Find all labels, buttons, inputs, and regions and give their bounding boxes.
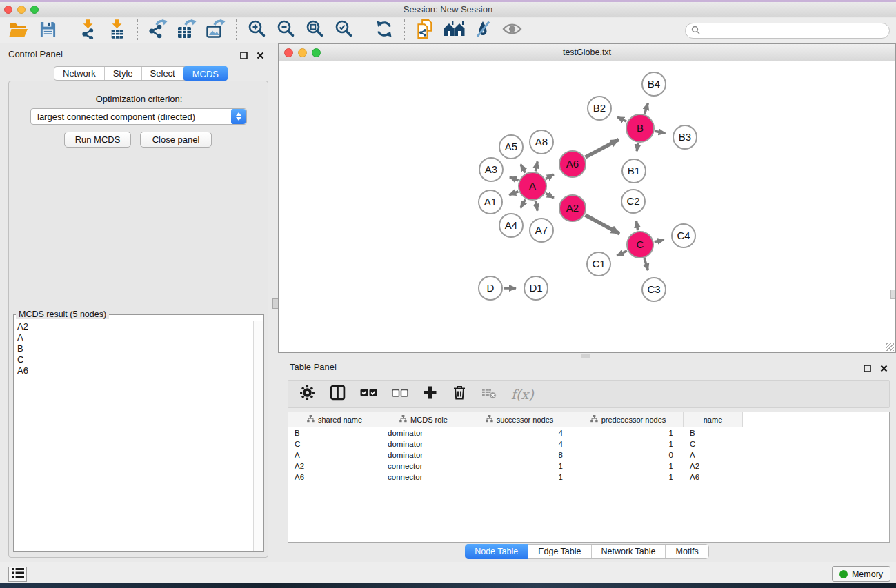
- cell-MCDS-role[interactable]: dominator: [381, 438, 466, 449]
- zoom-selected-button[interactable]: [329, 19, 358, 42]
- cell-name[interactable]: C: [684, 438, 743, 449]
- export-table-button[interactable]: [172, 19, 201, 42]
- node-C2[interactable]: C2: [621, 190, 645, 213]
- cell-name[interactable]: B: [684, 427, 743, 438]
- node-D[interactable]: D: [479, 276, 502, 300]
- node-D1[interactable]: D1: [524, 276, 548, 300]
- edge-B-B3[interactable]: [655, 131, 666, 133]
- edge-A-A8[interactable]: [535, 161, 537, 171]
- cell-successor-nodes[interactable]: 1: [466, 472, 573, 483]
- tab-network[interactable]: Network: [54, 67, 105, 80]
- horizontal-splitter-grip[interactable]: [581, 354, 590, 358]
- deselect-all-button[interactable]: [392, 388, 408, 401]
- close-table-panel-icon[interactable]: [880, 363, 888, 375]
- cell-successor-nodes[interactable]: 8: [466, 449, 573, 460]
- select-all-button[interactable]: [360, 387, 377, 401]
- cell-MCDS-role[interactable]: dominator: [381, 449, 466, 460]
- table-row[interactable]: A2connector11A2: [288, 460, 889, 472]
- zoom-fit-button[interactable]: [300, 19, 329, 42]
- mcds-result-scrollbar[interactable]: [253, 321, 263, 551]
- edge-A2-C[interactable]: [585, 215, 619, 234]
- cell-shared-name[interactable]: B: [288, 427, 381, 438]
- node-A[interactable]: A: [519, 172, 546, 200]
- node-A2[interactable]: A2: [559, 195, 586, 221]
- node-A5[interactable]: A5: [499, 135, 523, 159]
- edge-B-B2[interactable]: [617, 117, 626, 122]
- mcds-result-list[interactable]: A2ABCA6: [14, 321, 253, 551]
- network-canvas[interactable]: AA1A2A3A4A5A6A7A8BB1B2B3B4CC1C2C3C4DD1: [279, 61, 895, 352]
- edge-A-A6[interactable]: [546, 174, 554, 179]
- cell-MCDS-role[interactable]: connector: [381, 472, 466, 483]
- cell-shared-name[interactable]: A2: [288, 460, 381, 472]
- float-panel-icon[interactable]: [240, 50, 248, 62]
- home-button[interactable]: [439, 19, 468, 42]
- edge-A-A4[interactable]: [521, 199, 526, 207]
- node-A1[interactable]: A1: [479, 190, 502, 214]
- tab-style[interactable]: Style: [105, 67, 142, 80]
- refresh-layout-button[interactable]: [370, 19, 399, 42]
- cell-successor-nodes[interactable]: 4: [466, 427, 573, 438]
- tab-mcds[interactable]: MCDS: [183, 66, 228, 81]
- node-C[interactable]: C: [627, 232, 653, 258]
- node-B3[interactable]: B3: [673, 125, 697, 149]
- eye-button[interactable]: [497, 19, 526, 42]
- cell-MCDS-role[interactable]: dominator: [381, 427, 466, 438]
- column-header-successor-nodes[interactable]: successor nodes: [466, 412, 573, 427]
- edge-C-C4[interactable]: [655, 240, 664, 242]
- table-row[interactable]: Bdominator41B: [288, 427, 889, 438]
- edge-B-B1[interactable]: [637, 143, 638, 152]
- cell-predecessor-nodes[interactable]: 1: [573, 472, 684, 483]
- clone-network-button[interactable]: [410, 19, 439, 42]
- zoom-in-button[interactable]: [242, 19, 271, 42]
- delete-column-button[interactable]: [452, 385, 467, 403]
- import-network-button[interactable]: [74, 19, 103, 42]
- node-B4[interactable]: B4: [642, 72, 666, 96]
- node-A4[interactable]: A4: [499, 214, 523, 237]
- cell-successor-nodes[interactable]: 4: [466, 438, 573, 449]
- run-mcds-button[interactable]: Run MCDS: [64, 132, 131, 148]
- export-image-button[interactable]: [201, 19, 230, 42]
- node-B1[interactable]: B1: [622, 159, 646, 183]
- tab-select[interactable]: Select: [142, 67, 184, 80]
- cell-name[interactable]: A: [684, 449, 743, 460]
- cell-predecessor-nodes[interactable]: 0: [573, 449, 684, 460]
- column-header-MCDS-role[interactable]: MCDS role: [381, 412, 466, 427]
- memory-button[interactable]: Memory: [832, 566, 890, 582]
- cell-name[interactable]: A6: [684, 472, 743, 483]
- edge-A-A1[interactable]: [509, 192, 518, 195]
- tab-edge-table[interactable]: Edge Table: [528, 545, 591, 558]
- tab-network-table[interactable]: Network Table: [592, 545, 666, 558]
- table-row[interactable]: A6connector11A6: [288, 472, 889, 483]
- edge-A-A3[interactable]: [510, 177, 519, 181]
- node-C3[interactable]: C3: [642, 278, 666, 301]
- edge-A-A7[interactable]: [535, 201, 537, 211]
- column-header-predecessor-nodes[interactable]: predecessor nodes: [573, 412, 684, 427]
- import-table-button[interactable]: [103, 19, 132, 42]
- edge-C-C1[interactable]: [617, 251, 627, 256]
- node-B[interactable]: B: [626, 114, 654, 142]
- mcds-result-item[interactable]: A6: [14, 365, 253, 376]
- cell-shared-name[interactable]: A: [288, 449, 381, 460]
- cell-shared-name[interactable]: C: [288, 438, 381, 449]
- add-column-button[interactable]: [423, 385, 437, 403]
- cell-shared-name[interactable]: A6: [288, 472, 381, 483]
- tab-node-table[interactable]: Node Table: [465, 544, 528, 559]
- session-titlebar[interactable]: Session: New Session: [0, 2, 896, 17]
- window-resize-grip[interactable]: [886, 343, 894, 351]
- mcds-result-item[interactable]: A: [14, 332, 253, 343]
- edge-A-A2[interactable]: [546, 194, 554, 198]
- cell-successor-nodes[interactable]: 1: [466, 460, 573, 472]
- edge-A-A5[interactable]: [521, 164, 526, 172]
- node-A8[interactable]: A8: [530, 130, 553, 154]
- node-C1[interactable]: C1: [587, 252, 610, 276]
- edge-B-B4[interactable]: [645, 103, 648, 114]
- close-panel-icon[interactable]: [257, 50, 264, 62]
- settings-button[interactable]: [299, 385, 315, 403]
- search-box[interactable]: [685, 23, 890, 39]
- node-A3[interactable]: A3: [479, 158, 503, 181]
- table-row[interactable]: Adominator80A: [288, 449, 889, 460]
- node-A7[interactable]: A7: [530, 219, 553, 242]
- cell-name[interactable]: A2: [684, 460, 743, 472]
- node-C4[interactable]: C4: [672, 224, 695, 247]
- export-network-button[interactable]: [143, 19, 172, 42]
